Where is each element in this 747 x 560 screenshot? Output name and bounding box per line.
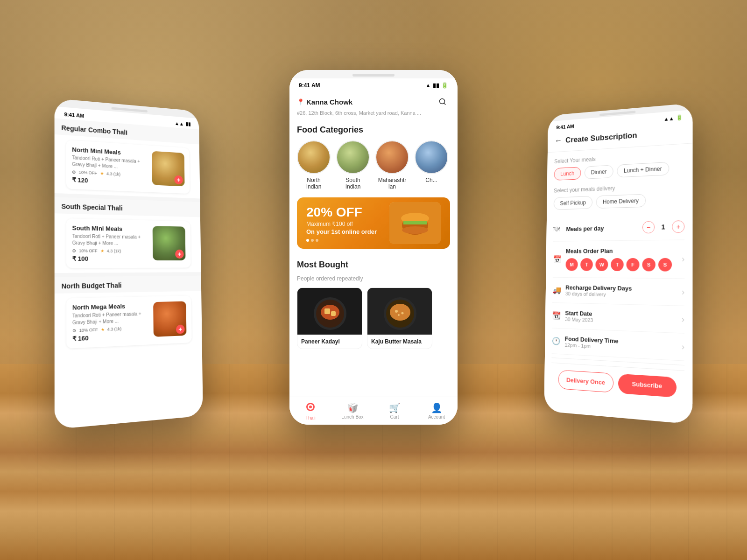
delivery-time-row[interactable]: 🕐 Food Delivery Time 12pm - 1pm › [552, 328, 685, 361]
category-other[interactable]: Ch... [415, 140, 448, 190]
center-camera-bar [289, 70, 458, 78]
section-title-north-budget: North Budget Thali [62, 281, 122, 290]
category-south-indian[interactable]: SouthIndian [336, 140, 370, 190]
kaju-butter-name: Kaju Butter Masala [367, 335, 432, 349]
promo-banner[interactable]: 20% OFF Maximum ₹100 off On your 1st onl… [297, 197, 450, 249]
section-title-regular: Regular Combo Thali [61, 124, 127, 136]
nav-lunchbox[interactable]: 🥡 Lunch Box [331, 402, 374, 420]
kaju-butter-image [367, 288, 432, 335]
date-icon: 📆 [552, 311, 561, 320]
star-icon-1: ★ [100, 171, 104, 175]
nav-thali-label: Thali [305, 415, 316, 420]
category-maharashtrian[interactable]: Maharashtrian [375, 140, 409, 190]
time-icon: 🕐 [552, 336, 561, 345]
meal-price-2: ₹ 100 [72, 255, 148, 262]
nav-cart[interactable]: 🛒 Cart [374, 402, 416, 420]
food-categories-heading: Food Categories [289, 121, 458, 140]
option-lunch[interactable]: Lunch [554, 167, 581, 181]
delivery-label: Select your meals delivery [554, 182, 684, 194]
section-title-south: South Special Thali [61, 203, 122, 212]
meals-per-day-label: Meals per day [566, 224, 638, 232]
search-icon [438, 98, 447, 106]
card-north-mega-wrapper: North Mega Meals Tandoori Roti + Paneer … [55, 291, 202, 354]
svg-point-4 [402, 226, 428, 234]
meal-card-south-mini: South Mini Meals Tandoori Roti + Paneer … [66, 218, 191, 268]
day-W[interactable]: W [595, 258, 608, 271]
center-battery-icon: 🔋 [441, 82, 448, 89]
meal-price-1: ₹ 120 [72, 176, 148, 187]
option-self-pickup[interactable]: Self Pickup [554, 196, 593, 210]
meal-options-row: Lunch Dinner Lunch + Dinner [554, 161, 684, 181]
battery-icon: ▮▮ [185, 121, 190, 127]
option-dinner[interactable]: Dinner [584, 165, 613, 179]
center-header: 📍 Kanna Chowk #26, 12th Block, 6th cross… [289, 91, 458, 121]
kaju-svg [367, 288, 432, 335]
svg-point-17 [402, 312, 404, 315]
increase-meals-btn[interactable]: + [672, 220, 684, 233]
category-north-indian[interactable]: NorthIndian [297, 140, 331, 190]
meals-order-plan-row[interactable]: 📅 Meals Order Plan M T W T F S S [553, 240, 685, 279]
add-btn-1[interactable]: + [174, 175, 183, 184]
svg-point-21 [309, 406, 312, 408]
nav-account-label: Account [428, 414, 445, 420]
badge-discount-3: 10% OFF [79, 327, 98, 333]
meals-per-day-row: 🍽 Meals per day − 1 + [553, 214, 685, 242]
south-indian-image [336, 140, 370, 174]
meals-plan-content: Meals Order Plan M T W T F S S [565, 247, 677, 272]
promo-image [389, 202, 441, 244]
meals-value: 1 [659, 223, 667, 231]
delivery-section: Select your meals delivery Self Pickup H… [554, 182, 685, 210]
maharashtrian-label: Maharashtrian [378, 177, 407, 190]
clock-icon-2: ⊙ [72, 248, 76, 253]
meal-desc-1: Tandoori Roti + Paneer masala + Gravy Bh… [72, 154, 148, 172]
categories-row: NorthIndian SouthIndian Maharashtrian Ch… [289, 140, 458, 197]
svg-point-18 [398, 314, 400, 316]
day-M[interactable]: M [565, 258, 578, 271]
day-T1[interactable]: T [580, 258, 593, 271]
subscribe-button[interactable]: Subscribe [618, 374, 677, 398]
delivery-once-button[interactable]: Delivery Once [558, 370, 613, 392]
day-T2[interactable]: T [611, 258, 624, 271]
badge-rating-3: 4.3 (1k) [107, 326, 122, 331]
day-S1[interactable]: S [642, 258, 655, 272]
food-card-kaju[interactable]: Kaju Butter Masala [367, 287, 432, 349]
nav-account[interactable]: 👤 Account [416, 402, 458, 420]
meal-name-2: South Mini Meals [72, 224, 148, 233]
center-screen-content: 📍 Kanna Chowk #26, 12th Block, 6th cross… [289, 91, 458, 403]
option-lunch-dinner[interactable]: Lunch + Dinner [617, 162, 669, 178]
card-north-mini: North Mini Meals Tandoori Roti + Paneer … [55, 134, 200, 199]
promo-description: On your 1st online order [306, 228, 377, 235]
location-row: 📍 Kanna Chowk [297, 94, 450, 109]
plan-chevron: › [682, 254, 684, 264]
add-btn-2[interactable]: + [175, 250, 184, 259]
back-button[interactable]: ← [554, 136, 562, 146]
svg-point-15 [390, 304, 410, 321]
food-card-paneer[interactable]: Paneer Kadayi [297, 287, 362, 349]
search-button[interactable] [435, 94, 450, 109]
nav-thali[interactable]: Thali [289, 402, 331, 420]
center-status-bar: 9:41 AM ▲ ▮▮ 🔋 [289, 78, 458, 91]
recharge-delivery-row[interactable]: 🚚 Recharge Delivery Days 30 days of deli… [552, 278, 684, 306]
decrease-meals-btn[interactable]: − [642, 221, 655, 234]
star-icon-3: ★ [100, 327, 104, 332]
dot-3 [316, 239, 318, 242]
left-screen-content: Regular Combo Thali North Mini Meals Tan… [55, 118, 203, 429]
center-time: 9:41 AM [299, 82, 320, 89]
day-F[interactable]: F [627, 258, 640, 271]
option-home-delivery[interactable]: Home Delivery [596, 194, 646, 209]
meal-img-2: + [153, 226, 186, 260]
delivery-time-content: Food Delivery Time 12pm - 1pm [565, 335, 677, 353]
recharge-chevron: › [682, 287, 684, 297]
day-S2[interactable]: S [658, 258, 672, 272]
right-time: 9:41 AM [556, 123, 574, 130]
subscription-title: Create Subscription [565, 131, 637, 145]
meal-price-3: ₹ 160 [72, 332, 149, 342]
section-north-budget: North Budget Thali [55, 276, 201, 294]
other-category-image [415, 140, 448, 174]
bottom-buttons: Delivery Once Subscribe [551, 363, 684, 404]
nav-cart-label: Cart [390, 414, 399, 420]
meals-per-day-content: Meals per day [566, 224, 638, 232]
maharashtrian-image [375, 140, 409, 174]
meals-icon: 🍽 [553, 225, 562, 233]
delivery-icon: 🚚 [552, 286, 561, 294]
